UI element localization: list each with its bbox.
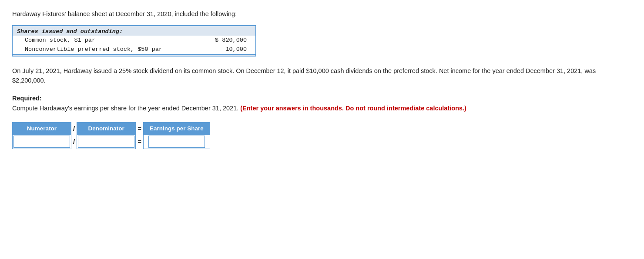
numerator-input[interactable] — [13, 136, 70, 148]
row-slash: / — [71, 134, 77, 149]
numerator-input-cell[interactable] — [13, 134, 71, 149]
col-header-eps: Earnings per Share — [143, 122, 210, 134]
narrative-text: On July 21, 2021, Hardaway issued a 25% … — [12, 66, 630, 86]
col-header-numerator: Numerator — [13, 122, 71, 134]
col-header-denominator: Denominator — [77, 122, 136, 134]
required-section: Required: Compute Hardaway's earnings pe… — [12, 95, 632, 113]
common-stock-amount: $ 820,000 — [201, 36, 255, 45]
col-header-slash: / — [71, 122, 77, 134]
required-label: Required: — [12, 95, 632, 102]
intro-text: Hardaway Fixtures' balance sheet at Dece… — [12, 10, 632, 17]
col-header-equals: = — [136, 122, 144, 134]
balance-sheet-table: Shares issued and outstanding: Common st… — [12, 25, 256, 56]
calculation-table: Numerator / Denominator = Earnings per S… — [12, 122, 210, 149]
common-stock-label: Common stock, $1 par — [13, 36, 201, 45]
denominator-input-cell[interactable] — [77, 134, 136, 149]
required-text: Compute Hardaway's earnings per share fo… — [12, 103, 630, 113]
preferred-stock-label: Nonconvertible preferred stock, $50 par — [13, 45, 201, 54]
required-highlight: (Enter your answers in thousands. Do not… — [240, 105, 466, 112]
required-body: Compute Hardaway's earnings per share fo… — [12, 105, 238, 112]
denominator-input[interactable] — [78, 136, 134, 148]
row-equals: = — [136, 134, 144, 149]
eps-input-cell[interactable] — [143, 134, 210, 149]
eps-input[interactable] — [148, 136, 205, 148]
preferred-stock-amount: 10,000 — [201, 45, 255, 54]
balance-sheet-header: Shares issued and outstanding: — [13, 26, 256, 36]
